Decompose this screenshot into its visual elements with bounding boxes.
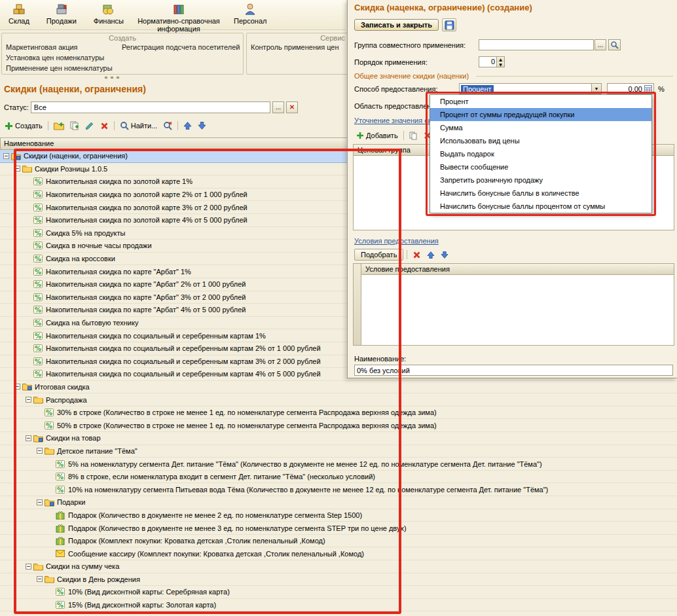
condition-up-button[interactable] (425, 250, 437, 260)
calculator-icon[interactable] (644, 85, 652, 93)
spin-up-icon[interactable]: ▲ (497, 57, 504, 62)
expander-placeholder (48, 461, 54, 467)
tab-sales[interactable]: Продажи (38, 0, 85, 25)
dropdown-item[interactable]: Процент от суммы предыдущей покупки (430, 108, 651, 121)
tab-finance[interactable]: Финансы (85, 0, 132, 25)
dropdown-item[interactable]: Сумма (430, 121, 651, 134)
tree-row[interactable]: %15% (Вид дисконтной карты: Золотая карт… (0, 599, 677, 612)
move-down-button[interactable] (196, 120, 208, 131)
spin-down-icon[interactable]: ▼ (497, 62, 504, 67)
tree-row[interactable]: −Распродажа (0, 393, 677, 407)
order-spinner[interactable]: 0 ▲▼ (479, 56, 505, 67)
collapse-icon[interactable]: − (37, 448, 43, 454)
group-select-button[interactable]: ... (595, 39, 606, 50)
tree-row[interactable]: Подарок (Количество в документе не менее… (0, 509, 677, 522)
splitter-grip[interactable] (105, 77, 119, 79)
tree-row[interactable]: %10% (Вид дисконтной карты: Серебряная к… (0, 586, 677, 599)
command-marketing-action[interactable]: Маркетинговая акция (6, 43, 78, 51)
add-row-button[interactable]: Добавить (354, 131, 400, 140)
dropdown-item[interactable]: Использовать вид цены (430, 134, 651, 147)
tree-row[interactable]: Сообщение кассиру (Комплект покупки: Кро… (0, 547, 677, 560)
pick-button[interactable]: Подобрать (354, 249, 403, 261)
svg-text:%: % (35, 281, 41, 288)
tree-row[interactable]: %8% в строке, если номенклатура входит в… (0, 471, 677, 484)
collapse-icon[interactable]: − (26, 564, 31, 570)
status-filter-value: Все (34, 103, 46, 111)
status-filter-input[interactable]: Все (31, 101, 270, 113)
amount-input[interactable]: 0,00 (607, 83, 654, 94)
tab-warehouse[interactable]: Склад (0, 0, 38, 25)
name-input[interactable]: 0% без условий (354, 365, 673, 376)
dropdown-item[interactable]: Начислить бонусные баллы в количестве (430, 187, 651, 200)
tree-row[interactable]: −Скидки на товар (0, 432, 677, 445)
expander-placeholder (48, 551, 54, 556)
svg-text:%: % (57, 473, 64, 480)
tree-row[interactable]: −Подарки (0, 496, 677, 509)
group-apply-input[interactable] (479, 39, 594, 50)
status-label: Статус: (4, 103, 29, 111)
condition-column-header[interactable]: Условие предоставления (361, 263, 674, 275)
collapse-icon[interactable]: − (14, 166, 20, 172)
dropdown-item[interactable]: Вывести сообщение (430, 160, 651, 173)
status-ellipsis-button[interactable]: ... (272, 101, 284, 113)
condition-down-button[interactable] (439, 250, 450, 260)
tree-row[interactable]: −Итоговая скидка (0, 381, 677, 394)
status-clear-button[interactable]: ✕ (286, 101, 298, 113)
create-group-button[interactable] (52, 120, 66, 131)
tree-row[interactable]: %5% на номенклатуру сегмента Дет. питани… (0, 458, 677, 471)
svg-text:%: % (35, 345, 41, 352)
tree-row[interactable]: −Скидки на сумму чека (0, 560, 677, 573)
move-up-button[interactable] (181, 120, 194, 131)
gift-icon (56, 511, 66, 520)
command-set-item-prices[interactable]: Установка цен номенклатуры (6, 54, 104, 62)
collapse-icon[interactable]: − (37, 576, 43, 582)
command-price-control[interactable]: Контроль применения цен (251, 43, 339, 51)
find-button[interactable]: Найти... (118, 120, 160, 131)
expander-placeholder (48, 525, 54, 531)
edit-button[interactable] (83, 120, 96, 131)
save-close-button[interactable]: Записать и закрыть (354, 19, 439, 31)
dropdown-item[interactable]: Начислить бонусные баллы процентом от су… (430, 200, 651, 213)
tree-row[interactable]: %30% в строке (Количество в строке не ме… (0, 407, 677, 420)
collapse-icon[interactable]: − (26, 435, 31, 441)
delete-button[interactable] (98, 121, 111, 131)
tree-row[interactable]: −Скидки в День рождения (0, 573, 677, 587)
dropdown-item[interactable]: Выдать подарок (430, 147, 651, 160)
copy-button[interactable] (68, 120, 81, 131)
tree-row[interactable]: Подарок (Количество в документе не менее… (0, 522, 677, 535)
discount-icon: % (33, 228, 44, 238)
spinner-buttons[interactable]: ▲▼ (496, 57, 504, 67)
tree-row[interactable]: %50% в строке (Количество в строке не ме… (0, 419, 677, 432)
chevron-down-icon[interactable]: ▼ (591, 84, 601, 94)
collapse-icon[interactable]: − (3, 153, 9, 159)
discount-icon: % (56, 485, 66, 494)
dropdown-item[interactable]: Процент (430, 95, 651, 108)
conditions-link[interactable]: Условия предоставления (354, 237, 439, 245)
command-apply-item-prices[interactable]: Применение цен номенклатуры (6, 64, 113, 72)
copy-row-button[interactable] (407, 131, 420, 141)
create-button[interactable]: Создать (3, 121, 45, 131)
refine-value-link[interactable]: Уточнение значения ски... (354, 117, 441, 124)
cancel-search-button[interactable] (161, 120, 174, 131)
command-visitor-count[interactable]: Регистрация подсчета посетителей (122, 43, 240, 51)
tab-reference-info[interactable]: Нормативно-справочная информация (132, 0, 225, 33)
tab-personnel[interactable]: Персонал (225, 0, 276, 25)
tree-row[interactable]: %10% на номенклатуру сегмента Питьевая в… (0, 483, 677, 496)
discount-icon: % (33, 215, 44, 225)
collapse-icon[interactable]: − (37, 499, 43, 505)
delete-condition-button[interactable] (411, 250, 423, 260)
expander-placeholder (26, 243, 31, 249)
collapse-icon[interactable]: − (26, 397, 31, 403)
collapse-icon[interactable]: − (14, 384, 20, 390)
tree-row[interactable]: Подарок (Комплект покупки: Кроватка детс… (0, 535, 677, 548)
condition-table[interactable] (361, 275, 674, 346)
method-combo[interactable]: Процент ▼ (459, 83, 602, 94)
dropdown-item[interactable]: Запретить розничную продажу (430, 173, 651, 187)
ribbon-tabs: Склад Продажи Финансы Нормативно-справоч… (0, 0, 346, 30)
svg-text:%: % (35, 371, 41, 378)
money-icon (101, 2, 116, 16)
tree-row[interactable]: −Детское питание "Тёма" (0, 445, 677, 458)
folder-icon (45, 446, 55, 456)
save-button[interactable] (442, 18, 456, 31)
group-search-button[interactable] (608, 39, 621, 50)
